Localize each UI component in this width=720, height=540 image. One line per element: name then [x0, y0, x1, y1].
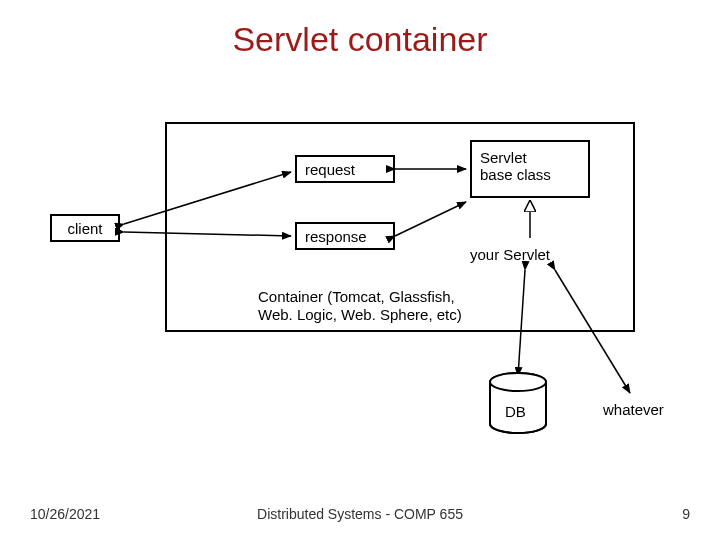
client-box: client	[50, 214, 120, 242]
servlet-base-class-line1: Servlet	[480, 150, 580, 167]
db-label: DB	[505, 403, 526, 420]
response-box: response	[295, 222, 395, 250]
whatever-box: whatever	[595, 395, 690, 423]
your-servlet-label: your Servlet	[470, 246, 550, 263]
svg-point-7	[490, 373, 546, 391]
servlet-base-class-box: Servlet base class	[470, 140, 590, 198]
slide-title: Servlet container	[0, 20, 720, 59]
whatever-label: whatever	[603, 401, 664, 418]
your-servlet-label-box: your Servlet	[470, 240, 590, 268]
client-label: client	[67, 220, 102, 237]
container-description: Container (Tomcat, Glassfish, Web. Logic…	[258, 288, 478, 324]
request-box: request	[295, 155, 395, 183]
footer-page-number: 9	[682, 506, 690, 522]
response-label: response	[305, 228, 367, 245]
footer-course: Distributed Systems - COMP 655	[0, 506, 720, 522]
servlet-base-class-line2: base class	[480, 167, 580, 184]
request-label: request	[305, 161, 355, 178]
svg-point-9	[490, 373, 546, 391]
